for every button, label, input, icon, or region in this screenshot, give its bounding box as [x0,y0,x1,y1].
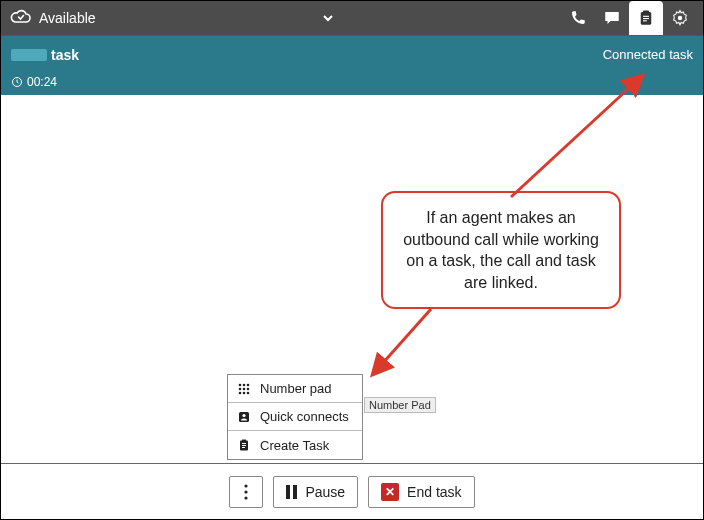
svg-point-27 [245,496,248,499]
tooltip-text: Number Pad [369,399,431,411]
topbar-icons [561,1,697,35]
annotation-arrow-up [491,67,661,217]
svg-point-12 [239,387,242,390]
pause-icon [286,485,297,499]
actions-popup: Number pad Quick connects Create Task [227,374,363,460]
status-bar: Available [1,1,703,35]
svg-point-13 [243,387,246,390]
end-label: End task [407,484,461,500]
status-dropdown[interactable] [96,11,561,25]
end-task-button[interactable]: End task [368,476,474,508]
more-actions-button[interactable] [229,476,263,508]
task-tab-button[interactable] [629,1,663,35]
svg-line-8 [374,309,431,373]
cloud-icon [7,5,33,31]
svg-point-14 [247,387,250,390]
svg-point-11 [247,383,250,386]
tooltip: Number Pad [364,397,436,413]
svg-point-5 [678,16,683,21]
dialpad-icon [236,382,252,396]
clipboard-icon [236,438,252,452]
kebab-icon [244,484,248,500]
phone-tab-button[interactable] [561,1,595,35]
pause-label: Pause [305,484,345,500]
chevron-down-icon [321,11,335,25]
popup-item-label: Create Task [260,438,329,453]
svg-rect-4 [643,20,647,21]
task-status: Connected task [603,47,693,62]
svg-rect-3 [643,18,649,19]
svg-point-16 [243,391,246,394]
chat-tab-button[interactable] [595,1,629,35]
task-timer: 00:24 [27,75,57,89]
svg-point-19 [242,413,245,416]
svg-rect-24 [242,447,245,448]
popup-item-number-pad[interactable]: Number pad [228,375,362,403]
settings-button[interactable] [663,1,697,35]
popup-item-create-task[interactable]: Create Task [228,431,362,459]
svg-line-7 [511,77,641,197]
popup-item-quick-connects[interactable]: Quick connects [228,403,362,431]
svg-rect-21 [242,440,246,442]
svg-rect-23 [242,445,246,446]
annotation-text: If an agent makes an outbound call while… [403,209,599,291]
popup-item-label: Number pad [260,381,332,396]
svg-point-17 [247,391,250,394]
svg-point-26 [245,490,248,493]
svg-rect-2 [643,16,649,17]
contacts-icon [236,410,252,424]
svg-rect-22 [242,443,246,444]
svg-point-10 [243,383,246,386]
svg-point-25 [245,484,248,487]
app-frame: Available task Connected task [0,0,704,520]
clock-icon [11,76,23,88]
bottom-controls: Pause End task [1,463,703,519]
svg-point-15 [239,391,242,394]
task-title: task [51,47,79,63]
pause-button[interactable]: Pause [273,476,358,508]
popup-item-label: Quick connects [260,409,349,424]
status-label: Available [39,10,96,26]
svg-point-9 [239,383,242,386]
annotation-arrow-down [356,301,446,391]
redacted-name [11,49,47,61]
svg-rect-1 [643,11,649,14]
end-icon [381,483,399,501]
